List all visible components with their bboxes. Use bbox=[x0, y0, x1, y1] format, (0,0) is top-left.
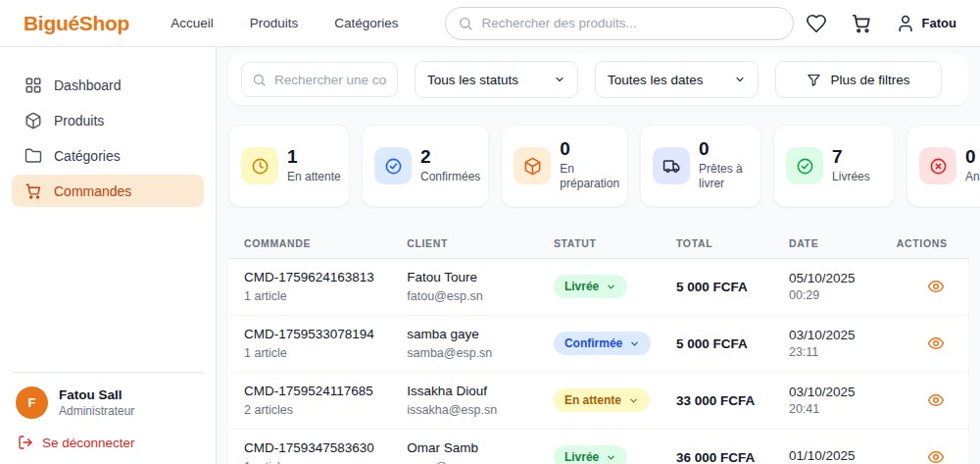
view-order-button[interactable] bbox=[927, 448, 945, 464]
client-cell: samba gayesamba@esp.sn bbox=[407, 327, 554, 361]
filters-bar: Tous les statuts Toutes les dates Plus d… bbox=[228, 54, 968, 105]
stat-card: 0Annulées bbox=[906, 125, 980, 207]
stat-icon-tile bbox=[919, 147, 956, 184]
sidebar-item-produits[interactable]: Produits bbox=[12, 104, 204, 136]
avatar: F bbox=[16, 387, 48, 419]
folder-icon bbox=[24, 147, 42, 165]
stat-card: 7Livrées bbox=[773, 125, 895, 207]
table-row: CMD-17595241176852 articlesIssakha Diouf… bbox=[228, 373, 968, 430]
topnav-link-accueil[interactable]: Accueil bbox=[171, 16, 214, 30]
client-name: samba gaye bbox=[407, 327, 554, 343]
logout-label: Se déconnecter bbox=[42, 436, 135, 450]
package-icon bbox=[523, 157, 542, 176]
status-filter-select[interactable]: Tous les statuts bbox=[415, 61, 578, 98]
date-filter-value: Toutes les dates bbox=[608, 73, 704, 87]
actions-cell bbox=[897, 335, 953, 352]
status-badge-select[interactable]: En attente bbox=[554, 388, 650, 412]
stat-label: En attente bbox=[287, 170, 341, 185]
date-filter-select[interactable]: Toutes les dates bbox=[595, 61, 759, 98]
logout-button[interactable]: Se déconnecter bbox=[16, 435, 200, 450]
stat-value: 2 bbox=[420, 147, 480, 168]
order-total: 5 000 FCFA bbox=[676, 280, 789, 294]
sidebar-item-commandes[interactable]: Commandes bbox=[12, 175, 204, 207]
search-icon bbox=[252, 73, 267, 87]
stat-text: 2Confirmées bbox=[420, 147, 480, 184]
order-date: 03/10/2025 bbox=[789, 328, 897, 342]
order-date: 03/10/2025 bbox=[789, 385, 897, 399]
order-id-cell: CMD-17596241638131 article bbox=[244, 270, 407, 304]
client-cell: Omar Sambomar@esp.sn bbox=[407, 440, 554, 464]
status-badge-select[interactable]: Livrée bbox=[554, 275, 627, 298]
client-email: issakha@esp.sn bbox=[407, 403, 554, 418]
stat-icon-tile bbox=[786, 147, 823, 184]
status-badge-select[interactable]: Livrée bbox=[554, 445, 627, 464]
heart-icon[interactable] bbox=[806, 13, 827, 34]
status-badge-label: Confirmée bbox=[564, 336, 622, 350]
stat-card: 1En attente bbox=[228, 125, 350, 207]
stat-text: 7Livrées bbox=[832, 147, 870, 184]
stat-value: 7 bbox=[832, 147, 870, 168]
user-menu[interactable]: Fatou bbox=[896, 14, 956, 33]
topbar: BiguéShop AccueilProduitsCatégories Fato… bbox=[0, 0, 980, 47]
view-order-button[interactable] bbox=[927, 335, 945, 352]
brand-logo[interactable]: BiguéShop bbox=[24, 12, 129, 35]
orders-page: Tous les statuts Toutes les dates Plus d… bbox=[217, 47, 980, 464]
stat-icon-tile bbox=[374, 147, 412, 184]
check-circle-icon bbox=[384, 157, 403, 176]
cart-icon[interactable] bbox=[851, 13, 872, 34]
clock-icon bbox=[251, 157, 270, 176]
client-name: Issakha Diouf bbox=[407, 384, 554, 400]
order-search-input[interactable] bbox=[274, 73, 387, 87]
status-cell: En attente bbox=[554, 388, 676, 412]
view-order-button[interactable] bbox=[927, 391, 945, 409]
order-time: 00:29 bbox=[789, 288, 897, 303]
topbar-actions: Fatou bbox=[806, 13, 956, 34]
date-cell: 03/10/202520:41 bbox=[789, 385, 897, 417]
product-search-input[interactable] bbox=[481, 16, 781, 30]
chevron-down-icon bbox=[606, 452, 616, 463]
sidebar-item-dashboard[interactable]: Dashboard bbox=[12, 69, 204, 101]
stat-icon-tile bbox=[514, 147, 551, 184]
user-menu-label: Fatou bbox=[922, 16, 956, 30]
table-row: CMD-17593475836301 articleOmar Sambomar@… bbox=[228, 430, 968, 464]
table-body: CMD-17596241638131 articleFatou Tourefat… bbox=[228, 259, 968, 464]
status-cell: Livrée bbox=[554, 275, 676, 298]
x-circle-icon bbox=[929, 157, 948, 176]
column-header: Date bbox=[789, 237, 897, 249]
sidebar-item-categories[interactable]: Catégories bbox=[12, 139, 204, 172]
column-header: Client bbox=[407, 237, 554, 249]
stat-label: Confirmées bbox=[420, 170, 480, 185]
stat-text: 0Annulées bbox=[965, 147, 980, 184]
column-header: Actions bbox=[897, 237, 957, 249]
topnav-link-categories[interactable]: Catégories bbox=[334, 16, 398, 30]
order-id-cell: CMD-17593475836301 article bbox=[244, 440, 407, 464]
top-navigation: AccueilProduitsCatégories bbox=[171, 16, 398, 30]
package-icon bbox=[24, 112, 42, 129]
status-badge-select[interactable]: Confirmée bbox=[554, 332, 651, 355]
table-row: CMD-17596241638131 articleFatou Tourefat… bbox=[228, 259, 968, 316]
client-cell: Issakha Dioufissakha@esp.sn bbox=[407, 384, 554, 418]
chevron-down-icon bbox=[734, 74, 746, 85]
chevron-down-icon bbox=[629, 338, 640, 349]
view-order-button[interactable] bbox=[927, 278, 945, 295]
sidebar-nav: DashboardProduitsCatégoriesCommandes bbox=[12, 69, 204, 210]
status-cell: Livrée bbox=[554, 445, 676, 464]
order-total: 36 000 FCFA bbox=[676, 450, 789, 464]
order-id: CMD-1759524117685 bbox=[244, 384, 407, 400]
sidebar-item-label: Commandes bbox=[54, 183, 131, 199]
topnav-link-produits[interactable]: Produits bbox=[250, 16, 299, 30]
status-filter-value: Tous les statuts bbox=[427, 73, 518, 87]
orders-table: CommandeClientStatutTotalDateActions CMD… bbox=[228, 229, 968, 464]
stat-value: 0 bbox=[560, 139, 619, 160]
more-filters-button[interactable]: Plus de filtres bbox=[775, 61, 942, 98]
sidebar-item-label: Dashboard bbox=[54, 77, 122, 93]
status-badge-label: Livrée bbox=[564, 450, 599, 464]
column-header: Total bbox=[676, 237, 789, 249]
chevron-down-icon bbox=[606, 282, 616, 292]
order-items-count: 1 article bbox=[244, 289, 407, 304]
date-cell: 05/10/202500:29 bbox=[789, 271, 897, 303]
stat-value: 0 bbox=[965, 147, 980, 168]
sidebar-footer: F Fatou Sall Administrateur Se déconnect… bbox=[12, 372, 204, 450]
table-header: CommandeClientStatutTotalDateActions bbox=[228, 229, 968, 259]
date-cell: 03/10/202523:11 bbox=[789, 328, 897, 360]
